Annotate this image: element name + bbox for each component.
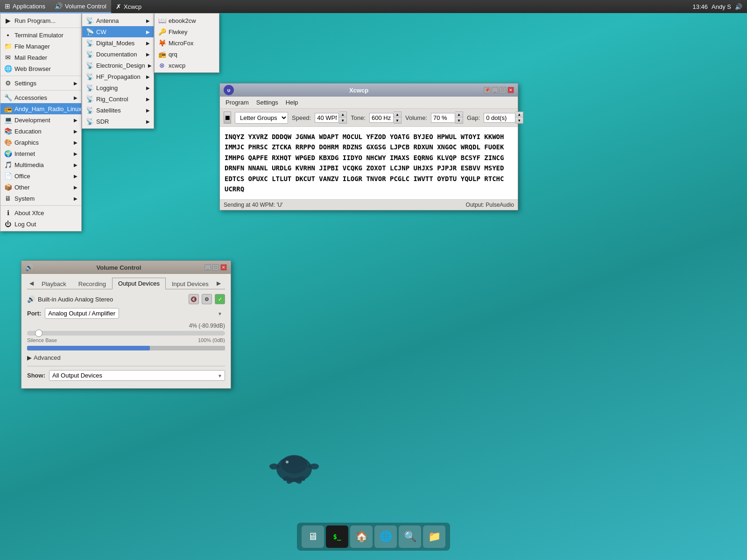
submenu-antenna[interactable]: 📡 Antenna ▶	[82, 15, 154, 26]
xcwcp-gap-input[interactable]	[484, 113, 515, 123]
svg-point-2	[286, 461, 289, 463]
device-active-button[interactable]: ✓	[215, 294, 225, 304]
logging-arrow: ▶	[146, 85, 150, 91]
xcwcp-speed-input[interactable]	[315, 113, 339, 123]
submenu-qrq[interactable]: 📻 qrq	[155, 49, 219, 60]
submenu-documentation[interactable]: 📡 Documentation ▶	[82, 49, 154, 60]
dock-files[interactable]: 🏠	[350, 525, 373, 548]
submenu-electronic-design[interactable]: 📡 Electronic_Design ▶	[82, 60, 154, 71]
vol-bar-fill	[27, 346, 150, 350]
rig-control-arrow: ▶	[146, 97, 150, 102]
menu-item-education[interactable]: 📚 Education ▶	[0, 126, 81, 137]
xcwcp-menu-program[interactable]: Program	[222, 98, 253, 107]
vol-tab-input-devices[interactable]: Input Devices	[166, 278, 215, 289]
xcwcp-stick-button[interactable]: 📌	[484, 87, 490, 93]
xcwcp-volume-input[interactable]	[431, 113, 455, 123]
mute-button[interactable]: 🔇	[189, 294, 199, 304]
microfox-icon: 🦊	[158, 39, 166, 47]
port-select[interactable]: Analog Output / Amplifier	[45, 308, 119, 319]
submenu-microfox[interactable]: 🦊 MicroFox	[155, 37, 219, 49]
education-arrow: ▶	[74, 129, 78, 134]
xcwcp-play-button[interactable]: ⏹	[224, 112, 231, 124]
submenu-rig-control[interactable]: 📡 Rig_Control ▶	[82, 93, 154, 105]
xcwcp-volume-down[interactable]: ▼	[455, 118, 463, 123]
taskbar-volume-control[interactable]: 🔊 Volume Control	[50, 0, 111, 13]
menu-item-settings[interactable]: ⚙ Settings ▶	[0, 77, 81, 89]
submenu-hf-propagation[interactable]: 📡 HF_Propagation ▶	[82, 71, 154, 82]
vol-min-button[interactable]: _	[204, 264, 211, 271]
vol-close-button[interactable]: ✕	[220, 264, 227, 271]
menu-item-other[interactable]: 📦 Other ▶	[0, 182, 81, 193]
advanced-row[interactable]: ▶ Advanced	[27, 354, 225, 361]
menu-item-graphics[interactable]: 🎨 Graphics ▶	[0, 137, 81, 148]
submenu-digital-modes[interactable]: 📡 Digital_Modes ▶	[82, 37, 154, 49]
xcwcp-volume-up[interactable]: ▲	[455, 112, 463, 118]
taskbar-applications[interactable]: ⊞ Applications	[0, 0, 50, 13]
xcwcp-tone-up[interactable]: ▲	[394, 112, 401, 118]
menu-item-file-manager[interactable]: 📁 File Manager	[0, 41, 81, 52]
vol-max-button[interactable]: □	[212, 264, 219, 271]
show-select[interactable]: All Output Devices	[49, 370, 225, 381]
hf-label: HF_Propagation	[96, 73, 141, 80]
vol-slider-track[interactable]	[27, 331, 225, 336]
menu-item-multimedia[interactable]: 🎵 Multimedia ▶	[0, 159, 81, 170]
menu-item-accessories[interactable]: 🔧 Accessories ▶	[0, 92, 81, 103]
menu-item-internet[interactable]: 🌍 Internet ▶	[0, 148, 81, 159]
submenu-logging[interactable]: 📡 Logging ▶	[82, 82, 154, 93]
menu-item-about-xfce[interactable]: ℹ About Xfce	[0, 207, 81, 218]
xcwcp-tone-input[interactable]	[369, 113, 394, 123]
menu-item-web-browser[interactable]: 🌐 Web Browser	[0, 63, 81, 74]
dock-desktop[interactable]: 🖥	[302, 525, 324, 548]
config-button[interactable]: ⚙	[202, 294, 212, 304]
vol-tab-next[interactable]: ▶	[215, 280, 223, 287]
xcwcp-speed-down[interactable]: ▼	[339, 118, 346, 123]
xcwcp-close-button[interactable]: ✕	[507, 87, 514, 93]
menu-item-run-program[interactable]: ▶ Run Program...	[0, 15, 81, 26]
vol-tab-recording[interactable]: Recording	[72, 278, 112, 289]
menu-item-log-out[interactable]: ⏻ Log Out	[0, 218, 81, 230]
digital-modes-label: Digital_Modes	[96, 40, 134, 47]
xcwcp-menu-help[interactable]: Help	[282, 98, 302, 107]
xcwcp-speed-up[interactable]: ▲	[339, 112, 346, 118]
menu-item-ham-radio[interactable]: 📻 Andy_Ham_Radio_Linux ▶	[0, 103, 81, 114]
submenu-sdr[interactable]: 📡 SDR ▶	[82, 116, 154, 127]
menu-item-terminal[interactable]: ▪ Terminal Emulator	[0, 29, 81, 41]
vol-title-icon: 🔊	[25, 264, 33, 271]
xcwcp-gap-up[interactable]: ▲	[515, 112, 523, 118]
menu-item-development[interactable]: 💻 Development ▶	[0, 114, 81, 126]
xcwcp-volume-spinbox: ▲ ▼	[431, 112, 463, 124]
submenu-xcwcp[interactable]: ⊗ xcwcp	[155, 60, 219, 71]
antenna-label: Antenna	[96, 17, 119, 24]
vol-tab-output-devices[interactable]: Output Devices	[112, 278, 166, 289]
submenu-cw[interactable]: 📡 CW ▶	[82, 26, 154, 37]
menu-item-mail-reader[interactable]: ✉ Mail Reader	[0, 52, 81, 63]
taskbar-top: ⊞ Applications 🔊 Volume Control ✗ Xcwcp …	[0, 0, 747, 13]
settings-arrow: ▶	[74, 81, 78, 86]
menu-item-office[interactable]: 📄 Office ▶	[0, 170, 81, 182]
submenu-ebook2cw[interactable]: 📖 ebook2cw	[155, 15, 219, 26]
vol-tab-playback[interactable]: Playback	[35, 278, 72, 289]
vol-slider-thumb[interactable]	[35, 329, 42, 337]
vol-content: ◀ Playback Recording Output Devices Inpu…	[21, 274, 231, 388]
xcwcp-gap-spinbox: ▲ ▼	[484, 112, 523, 124]
xcwcp-text-area: INQYZ YXVRZ DDDQW JGNWA WDAPT MOCUL YFZO…	[220, 127, 518, 199]
taskbar-xcwcp[interactable]: ✗ Xcwcp	[111, 0, 146, 13]
xcwcp-icon: ✗	[116, 3, 121, 10]
xcwcp-menu-settings[interactable]: Settings	[253, 98, 282, 107]
satellites-icon: 📡	[86, 106, 93, 114]
sdr-label: SDR	[96, 118, 109, 125]
vol-tab-prev[interactable]: ◀	[27, 280, 35, 287]
dock-terminal[interactable]: $_	[326, 525, 348, 548]
cw-label: CW	[96, 28, 106, 35]
dock-browser[interactable]: 🌐	[374, 525, 397, 548]
xcwcp-tone-down[interactable]: ▼	[394, 118, 401, 123]
dock-search[interactable]: 🔍	[399, 525, 421, 548]
submenu-satellites[interactable]: 📡 Satellites ▶	[82, 105, 154, 116]
xcwcp-mode-select[interactable]: Letter Groups	[235, 112, 288, 124]
submenu-flwkey[interactable]: 🔑 Flwkey	[155, 26, 219, 37]
xcwcp-min-button[interactable]: _	[492, 87, 498, 93]
menu-item-system[interactable]: 🖥 System ▶	[0, 193, 81, 204]
dock-folder[interactable]: 📁	[423, 525, 445, 548]
xcwcp-max-button[interactable]: □	[500, 87, 506, 93]
xcwcp-gap-down[interactable]: ▼	[515, 118, 523, 123]
